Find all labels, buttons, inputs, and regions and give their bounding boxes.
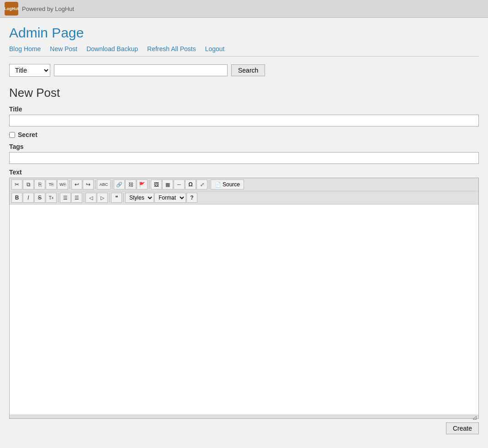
source-icon: 📄 (215, 182, 221, 188)
nav-new-post[interactable]: New Post (50, 45, 77, 53)
remove-format-button[interactable]: Tx (46, 193, 57, 203)
main-nav: Blog Home New Post Download Backup Refre… (9, 45, 479, 57)
editor-area[interactable] (10, 205, 478, 415)
toolbar-sep5 (209, 180, 209, 189)
toolbar-sep3 (112, 180, 112, 189)
table-button[interactable]: ▦ (162, 179, 173, 190)
paste-button[interactable]: ⎘ (34, 179, 45, 190)
toolbar-sep4 (149, 180, 149, 189)
tags-label: Tags (9, 143, 479, 150)
secret-row: Secret (9, 131, 479, 138)
top-bar: LogHut Powered by LogHut (0, 0, 488, 18)
logo-icon: LogHut (5, 2, 18, 16)
tags-input[interactable] (9, 152, 479, 164)
help-button[interactable]: ? (186, 193, 197, 203)
editor-wrapper: ✂ ⧉ ⎘ T⎘ W⎘ ↩ ↪ ABC 🔗 ⛓ 🚩 🖼 ▦ ─ Ω ⤢ 📄 So… (9, 178, 479, 419)
nav-refresh-all-posts[interactable]: Refresh All Posts (147, 45, 196, 53)
hline-button[interactable]: ─ (174, 179, 185, 190)
indent-button[interactable]: ▷ (97, 193, 108, 203)
fullscreen-button[interactable]: ⤢ (196, 179, 207, 190)
page-title: Admin Page (9, 25, 479, 41)
bold-button[interactable]: B (11, 193, 22, 203)
nav-blog-home[interactable]: Blog Home (9, 45, 41, 53)
unlink-button[interactable]: ⛓ (125, 179, 136, 190)
special-char-button[interactable]: Ω (185, 179, 196, 190)
resize-handle[interactable]: ⊿ (472, 414, 477, 420)
blockquote-button[interactable]: ❝ (111, 193, 122, 203)
toolbar-sep2 (95, 180, 95, 189)
toolbar-sep6 (58, 193, 58, 202)
nav-download-backup[interactable]: Download Backup (86, 45, 138, 53)
paste-text-button[interactable]: T⎘ (46, 179, 57, 190)
undo-button[interactable]: ↩ (71, 179, 82, 190)
toolbar-row1: ✂ ⧉ ⎘ T⎘ W⎘ ↩ ↪ ABC 🔗 ⛓ 🚩 🖼 ▦ ─ Ω ⤢ 📄 So… (10, 178, 478, 191)
toolbar-sep9 (123, 193, 124, 202)
anchor-button[interactable]: 🚩 (137, 179, 148, 190)
title-label: Title (9, 105, 479, 113)
source-button[interactable]: 📄 Source (211, 179, 244, 190)
toolbar-row2: B I S Tx ☰ ☰ ◁ ▷ ❝ Styles Format ? (10, 191, 478, 205)
image-button[interactable]: 🖼 (151, 179, 162, 190)
ordered-list-button[interactable]: ☰ (60, 193, 71, 203)
styles-dropdown[interactable]: Styles (125, 193, 154, 203)
italic-button[interactable]: I (23, 193, 34, 203)
toolbar-sep1 (69, 180, 70, 189)
search-input[interactable] (54, 64, 228, 76)
search-bar: Title Content Tags Search (9, 64, 479, 77)
create-button[interactable]: Create (446, 422, 479, 434)
toolbar-sep7 (84, 193, 84, 202)
unordered-list-button[interactable]: ☰ (71, 193, 82, 203)
spellcheck-button[interactable]: ABC (97, 179, 111, 190)
link-button[interactable]: 🔗 (114, 179, 125, 190)
main-content: Admin Page Blog Home New Post Download B… (0, 18, 488, 442)
title-field-group: Title (9, 105, 479, 131)
toolbar-sep8 (109, 193, 110, 202)
nav-logout[interactable]: Logout (205, 45, 225, 53)
new-post-section-title: New Post (9, 86, 479, 100)
strike-button[interactable]: S (34, 193, 45, 203)
tags-field-group: Tags (9, 143, 479, 169)
text-label: Text (9, 169, 479, 176)
search-button[interactable]: Search (231, 64, 265, 76)
resize-bar: ⊿ (10, 415, 478, 418)
powered-by-text: Powered by LogHut (22, 5, 74, 12)
search-type-select[interactable]: Title Content Tags (9, 64, 50, 77)
title-input[interactable] (9, 115, 479, 126)
source-label: Source (223, 181, 240, 188)
secret-checkbox[interactable] (9, 132, 15, 138)
copy-button[interactable]: ⧉ (23, 179, 34, 190)
cut-button[interactable]: ✂ (11, 179, 22, 190)
outdent-button[interactable]: ◁ (85, 193, 96, 203)
secret-label: Secret (18, 131, 37, 138)
format-dropdown[interactable]: Format (154, 193, 186, 203)
redo-button[interactable]: ↪ (83, 179, 94, 190)
paste-word-button[interactable]: W⎘ (57, 179, 68, 190)
